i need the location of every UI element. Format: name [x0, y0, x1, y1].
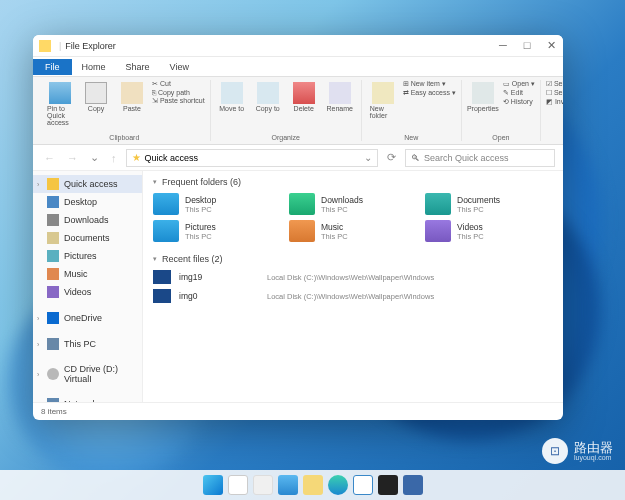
- nav-back-button[interactable]: ←: [41, 152, 58, 164]
- sidebar-item-music[interactable]: Music: [33, 265, 142, 283]
- invert-selection-button[interactable]: ◩ Invert selection: [546, 98, 563, 106]
- folder-documents[interactable]: DocumentsThis PC: [425, 193, 553, 215]
- copy-button[interactable]: Copy: [80, 80, 112, 114]
- titlebar: | File Explorer ─ □ ✕: [33, 35, 563, 57]
- sidebar-item-downloads[interactable]: Downloads: [33, 211, 142, 229]
- nav-up-button[interactable]: ↑: [108, 152, 120, 164]
- address-input[interactable]: ★ Quick access ⌄: [126, 149, 379, 167]
- maximize-button[interactable]: □: [521, 39, 533, 52]
- new-folder-button[interactable]: New folder: [367, 80, 399, 121]
- item-count: 8 items: [41, 407, 67, 416]
- taskbar-search-button[interactable]: [228, 475, 248, 495]
- address-dropdown-icon[interactable]: ⌄: [364, 152, 372, 163]
- image-file-icon: [153, 289, 171, 303]
- address-bar: ← → ⌄ ↑ ★ Quick access ⌄ ⟳ 🔍︎ Search Qui…: [33, 145, 563, 171]
- router-icon: ⊡: [542, 438, 568, 464]
- search-icon: 🔍︎: [411, 153, 420, 163]
- chevron-down-icon: ▾: [153, 255, 157, 263]
- properties-button[interactable]: Properties: [467, 80, 499, 114]
- search-input[interactable]: 🔍︎ Search Quick access: [405, 149, 555, 167]
- edit-button[interactable]: ✎ Edit: [503, 89, 535, 97]
- start-button[interactable]: [203, 475, 223, 495]
- folder-icon: [425, 220, 451, 242]
- rename-button[interactable]: Rename: [324, 80, 356, 114]
- folder-pictures[interactable]: PicturesThis PC: [153, 220, 281, 242]
- file-img19[interactable]: img19Local Disk (C:)\Windows\Web\Wallpap…: [153, 270, 553, 284]
- taskbar-settings-button[interactable]: [403, 475, 423, 495]
- sidebar-item-videos[interactable]: Videos: [33, 283, 142, 301]
- new-item-button[interactable]: ⊞ New item ▾: [403, 80, 456, 88]
- paste-button[interactable]: Paste: [116, 80, 148, 114]
- refresh-button[interactable]: ⟳: [384, 151, 399, 164]
- folder-name: Documents: [457, 195, 500, 205]
- folder-icon: [153, 220, 179, 242]
- folder-name: Desktop: [185, 195, 216, 205]
- chevron-right-icon: ›: [37, 181, 39, 188]
- copy-path-button[interactable]: ⎘ Copy path: [152, 89, 205, 96]
- sidebar-item-this-pc[interactable]: ›This PC: [33, 335, 142, 353]
- sidebar-item-desktop[interactable]: Desktop: [33, 193, 142, 211]
- task-view-button[interactable]: [253, 475, 273, 495]
- tab-file[interactable]: File: [33, 59, 72, 75]
- taskbar-store-button[interactable]: [353, 475, 373, 495]
- recent-files-header[interactable]: ▾ Recent files (2): [153, 254, 553, 264]
- sidebar-item-cd-drive-d-virtuali[interactable]: ›CD Drive (D:) VirtualI: [33, 361, 142, 387]
- file-img0[interactable]: img0Local Disk (C:)\Windows\Web\Wallpape…: [153, 289, 553, 303]
- move-to-button[interactable]: Move to: [216, 80, 248, 114]
- folder-name: Downloads: [321, 195, 363, 205]
- nav-recent-button[interactable]: ⌄: [87, 151, 102, 164]
- folder-icon: [289, 220, 315, 242]
- taskbar-explorer-button[interactable]: [303, 475, 323, 495]
- od-icon: [47, 312, 59, 324]
- content-pane: ▾ Frequent folders (6) DesktopThis PCDow…: [143, 171, 563, 402]
- folder-location: This PC: [321, 232, 348, 241]
- nav-forward-button[interactable]: →: [64, 152, 81, 164]
- select-all-button[interactable]: ☑ Select all: [546, 80, 563, 88]
- sidebar-item-label: CD Drive (D:) VirtualI: [64, 364, 136, 384]
- tab-home[interactable]: Home: [72, 59, 116, 75]
- sidebar-item-label: Videos: [64, 287, 91, 297]
- taskbar-edge-button[interactable]: [328, 475, 348, 495]
- folder-videos[interactable]: VideosThis PC: [425, 220, 553, 242]
- frequent-folders-header[interactable]: ▾ Frequent folders (6): [153, 177, 553, 187]
- cut-button[interactable]: ✂ Cut: [152, 80, 205, 88]
- sidebar-item-onedrive[interactable]: ›OneDrive: [33, 309, 142, 327]
- history-button[interactable]: ⟲ History: [503, 98, 535, 106]
- chevron-right-icon: ›: [37, 341, 39, 348]
- folder-location: This PC: [457, 205, 500, 214]
- folder-name: Videos: [457, 222, 484, 232]
- taskbar-terminal-button[interactable]: [378, 475, 398, 495]
- folder-downloads[interactable]: DownloadsThis PC: [289, 193, 417, 215]
- sidebar-item-label: Desktop: [64, 197, 97, 207]
- sidebar-item-quick-access[interactable]: ›Quick access: [33, 175, 142, 193]
- explorer-icon: [39, 40, 51, 52]
- sidebar-item-label: This PC: [64, 339, 96, 349]
- address-location: Quick access: [145, 153, 199, 163]
- tab-share[interactable]: Share: [116, 59, 160, 75]
- pc-icon: [47, 338, 59, 350]
- paste-shortcut-button[interactable]: ⇲ Paste shortcut: [152, 97, 205, 105]
- sidebar-item-documents[interactable]: Documents: [33, 229, 142, 247]
- sidebar-item-network[interactable]: ›Network: [33, 395, 142, 402]
- file-explorer-window: | File Explorer ─ □ ✕ File Home Share Vi…: [33, 35, 563, 420]
- sidebar-item-label: Quick access: [64, 179, 118, 189]
- chevron-right-icon: ›: [37, 371, 39, 378]
- close-button[interactable]: ✕: [545, 39, 557, 52]
- tab-view[interactable]: View: [160, 59, 199, 75]
- sidebar-item-pictures[interactable]: Pictures: [33, 247, 142, 265]
- widgets-button[interactable]: [278, 475, 298, 495]
- select-none-button[interactable]: ☐ Select none: [546, 89, 563, 97]
- open-button[interactable]: ▭ Open ▾: [503, 80, 535, 88]
- quick-access-star-icon: ★: [132, 152, 141, 163]
- pin-quick-access-button[interactable]: Pin to Quick access: [44, 80, 76, 128]
- easy-access-button[interactable]: ⇄ Easy access ▾: [403, 89, 456, 97]
- folder-music[interactable]: MusicThis PC: [289, 220, 417, 242]
- folder-desktop[interactable]: DesktopThis PC: [153, 193, 281, 215]
- mon-icon: [47, 196, 59, 208]
- window-title: File Explorer: [65, 41, 116, 51]
- copy-to-button[interactable]: Copy to: [252, 80, 284, 114]
- minimize-button[interactable]: ─: [497, 39, 509, 52]
- delete-button[interactable]: Delete: [288, 80, 320, 114]
- folder-name: Music: [321, 222, 348, 232]
- file-path: Local Disk (C:)\Windows\Web\Wallpaper\Wi…: [267, 273, 434, 282]
